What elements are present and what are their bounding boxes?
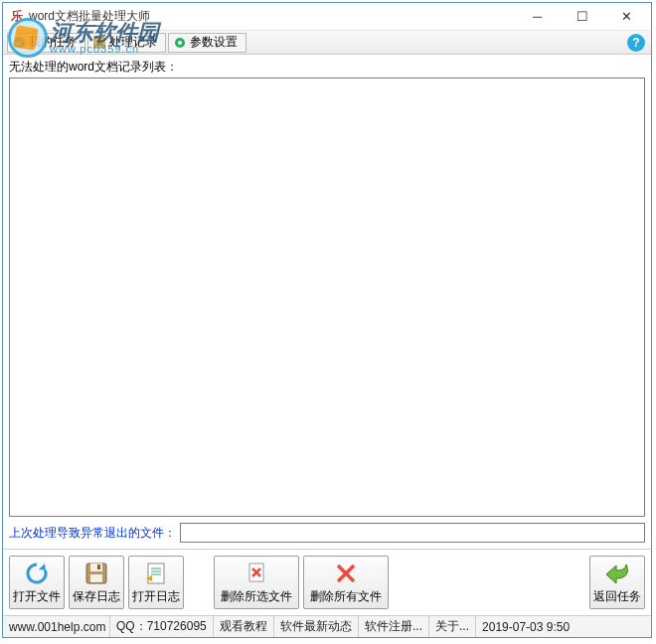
button-label: 删除所有文件 — [310, 588, 382, 605]
crash-file-input[interactable] — [180, 523, 645, 543]
app-icon: 乐 — [9, 9, 25, 25]
delete-all-button[interactable]: 删除所有文件 — [303, 556, 389, 609]
maximize-button[interactable]: ☐ — [560, 4, 604, 30]
save-log-button[interactable]: 保存日志 — [69, 556, 124, 609]
status-about[interactable]: 关于... — [429, 616, 476, 637]
close-button[interactable]: ✕ — [604, 4, 649, 30]
log-icon — [92, 36, 106, 50]
button-label: 删除所选文件 — [221, 588, 292, 605]
help-button[interactable]: ? — [627, 34, 645, 52]
return-icon — [603, 561, 631, 586]
fail-list-label: 无法处理的word文档记录列表： — [9, 57, 645, 78]
status-register[interactable]: 软件注册... — [359, 616, 429, 637]
gear-icon — [173, 36, 187, 50]
status-website[interactable]: www.001help.com — [3, 616, 110, 637]
open-file-button[interactable]: 打开文件 — [9, 556, 65, 609]
window-title: word文档批量处理大师 — [29, 8, 515, 25]
button-label: 返回任务 — [593, 588, 641, 605]
save-icon — [82, 561, 110, 586]
open-log-button[interactable]: 打开日志 — [128, 556, 184, 609]
button-label: 保存日志 — [73, 588, 120, 605]
tab-my-tasks[interactable]: 我的任务 — [7, 33, 85, 53]
document-icon — [142, 561, 170, 586]
toolbar: 我的任务 处理记录 参数设置 ? — [3, 31, 651, 55]
tab-settings[interactable]: 参数设置 — [168, 33, 246, 53]
action-bar: 打开文件 保存日志 打开日志 删除所选文件 删除所有文件 — [3, 549, 651, 615]
tasks-icon — [12, 36, 26, 50]
delete-all-icon — [332, 561, 360, 586]
titlebar: 乐 word文档批量处理大师 ─ ☐ ✕ — [3, 3, 651, 31]
fail-list-box[interactable] — [9, 78, 645, 517]
status-qq[interactable]: QQ：710726095 — [110, 616, 214, 637]
tab-label: 参数设置 — [190, 34, 238, 51]
return-task-button[interactable]: 返回任务 — [589, 556, 645, 609]
refresh-icon — [23, 561, 51, 586]
tab-process-log[interactable]: 处理记录 — [87, 33, 166, 53]
content-area: 无法处理的word文档记录列表： 上次处理导致异常退出的文件： — [3, 55, 651, 549]
svg-rect-10 — [97, 564, 100, 569]
button-label: 打开日志 — [132, 588, 180, 605]
status-tutorial[interactable]: 观看教程 — [214, 616, 274, 637]
minimize-button[interactable]: ─ — [515, 4, 560, 30]
tab-label: 处理记录 — [109, 34, 157, 51]
statusbar: www.001help.com QQ：710726095 观看教程 软件最新动态… — [3, 615, 651, 637]
button-label: 打开文件 — [13, 588, 61, 605]
tab-label: 我的任务 — [29, 34, 77, 51]
svg-rect-8 — [90, 564, 102, 571]
crash-file-label: 上次处理导致异常退出的文件： — [9, 525, 176, 542]
status-datetime: 2019-07-03 9:50 — [476, 616, 651, 637]
delete-selected-button[interactable]: 删除所选文件 — [214, 556, 299, 609]
status-news[interactable]: 软件最新动态 — [274, 616, 359, 637]
svg-point-6 — [178, 41, 182, 45]
delete-file-icon — [243, 561, 270, 586]
svg-rect-9 — [90, 574, 102, 582]
